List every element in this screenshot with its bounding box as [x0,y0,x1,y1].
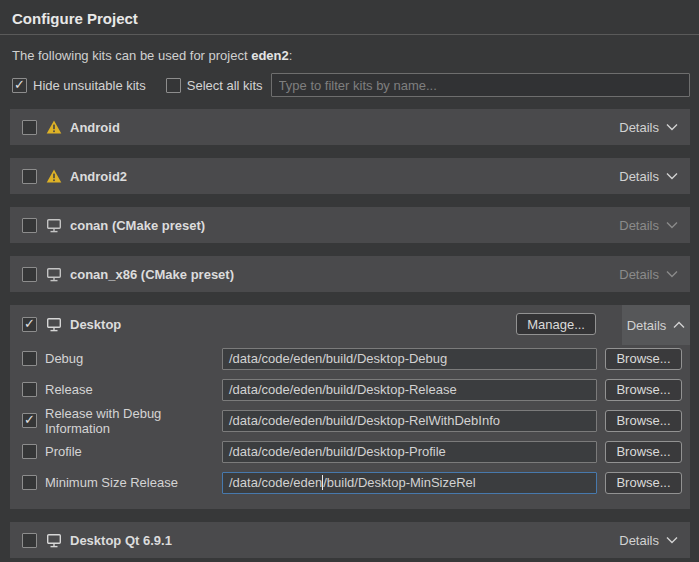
details-toggle[interactable]: Details [619,169,678,184]
config-checkbox[interactable] [22,413,37,428]
kit-checkbox[interactable] [22,533,37,548]
chevron-down-icon [666,123,678,131]
kit-filter-input[interactable] [271,73,690,97]
details-label: Details [619,218,659,233]
build-dir-value: /data/code/eden/build/Desktop-Profile [229,444,446,459]
page-title: Configure Project [12,10,687,27]
kit-row-desktop[interactable]: Desktop Manage... [10,305,690,343]
kit-checkbox[interactable] [22,317,37,332]
browse-button[interactable]: Browse... [605,472,682,494]
details-label: Details [627,318,667,333]
kit-row-conan-x86[interactable]: conan_x86 (CMake preset) Details [10,256,690,292]
build-dir-value: /data/code/eden/build/Desktop-Release [229,382,457,397]
build-dir-input-debug[interactable]: /data/code/eden/build/Desktop-Debug [222,348,597,370]
config-label: Minimum Size Release [45,475,222,490]
kit-name: conan_x86 (CMake preset) [70,267,234,282]
warning-icon [46,169,62,183]
kit-row-conan[interactable]: conan (CMake preset) Details [10,207,690,243]
config-label: Profile [45,444,222,459]
kit-controls-bar: Hide unsuitable kits Select all kits [12,73,690,97]
kit-checkbox[interactable] [22,267,37,282]
config-checkbox[interactable] [22,444,37,459]
chevron-down-icon [666,536,678,544]
desktop-icon [46,317,62,332]
desktop-icon [46,533,62,548]
details-toggle[interactable]: Details [619,533,678,548]
kit-name: Desktop [70,317,121,332]
browse-button[interactable]: Browse... [605,348,682,370]
hide-unsuitable-label: Hide unsuitable kits [33,78,146,93]
config-row-release: Release /data/code/eden/build/Desktop-Re… [10,374,690,405]
config-checkbox[interactable] [22,382,37,397]
select-all-checkbox[interactable] [166,78,181,93]
details-toggle: Details [619,267,678,282]
kits-description-prefix: The following kits can be used for proje… [12,48,251,63]
details-label: Details [619,120,659,135]
kit-panel-desktop: Desktop Manage... Details Debug /data/co… [10,305,690,509]
manage-kits-button[interactable]: Manage... [516,313,596,335]
kit-checkbox[interactable] [22,169,37,184]
build-dir-value: /data/code/eden/build/Desktop-Debug [229,351,447,366]
details-toggle: Details [619,218,678,233]
hide-unsuitable-kits-option[interactable]: Hide unsuitable kits [12,78,146,93]
select-all-label: Select all kits [187,78,263,93]
chevron-up-icon [673,321,685,329]
kit-checkbox[interactable] [22,218,37,233]
config-checkbox[interactable] [22,475,37,490]
build-dir-input-relwithdebinfo[interactable]: /data/code/eden/build/Desktop-RelWithDeb… [222,410,597,432]
config-row-relwithdebinfo: Release with Debug Information /data/cod… [10,405,690,436]
build-dir-value: /data/code/eden/build/Desktop-RelWithDeb… [229,413,500,428]
kit-row-desktop-qt-691[interactable]: Desktop Qt 6.9.1 Details [10,522,690,558]
desktop-icon [46,267,62,282]
project-name: eden2 [251,48,289,63]
build-dir-value: /data/code/eden [229,475,322,490]
config-row-min-size-release: Minimum Size Release /data/code/eden/bui… [10,467,690,498]
details-label: Details [619,267,659,282]
browse-button[interactable]: Browse... [605,410,682,432]
build-dir-input-min-size-release[interactable]: /data/code/eden/build/Desktop-MinSizeRel [222,472,597,494]
kit-name: conan (CMake preset) [70,218,205,233]
select-all-kits-option[interactable]: Select all kits [166,78,263,93]
config-row-profile: Profile /data/code/eden/build/Desktop-Pr… [10,436,690,467]
kits-description-suffix: : [289,48,293,63]
kit-row-android2[interactable]: Android2 Details [10,158,690,194]
kit-list: Android Details Android2 Details conan (… [10,109,690,562]
chevron-down-icon [666,270,678,278]
dialog-header: Configure Project [0,0,699,35]
kit-name: Android [70,120,120,135]
desktop-icon [46,218,62,233]
browse-button[interactable]: Browse... [605,379,682,401]
warning-icon [46,120,62,134]
build-dir-value: /build/Desktop-MinSizeRel [323,475,475,490]
kits-description: The following kits can be used for proje… [12,48,687,63]
config-checkbox[interactable] [22,351,37,366]
kit-name: Desktop Qt 6.9.1 [70,533,172,548]
kit-checkbox[interactable] [22,120,37,135]
build-dir-input-profile[interactable]: /data/code/eden/build/Desktop-Profile [222,441,597,463]
details-toggle[interactable]: Details [619,120,678,135]
config-row-debug: Debug /data/code/eden/build/Desktop-Debu… [10,343,690,374]
config-label: Release [45,382,222,397]
config-label: Debug [45,351,222,366]
chevron-down-icon [666,172,678,180]
details-label: Details [619,533,659,548]
hide-unsuitable-checkbox[interactable] [12,78,27,93]
browse-button[interactable]: Browse... [605,441,682,463]
details-label: Details [619,169,659,184]
build-dir-input-release[interactable]: /data/code/eden/build/Desktop-Release [222,379,597,401]
details-toggle-expanded[interactable]: Details [622,305,690,345]
config-label: Release with Debug Information [45,406,222,436]
kit-name: Android2 [70,169,127,184]
chevron-down-icon [666,221,678,229]
kit-row-android[interactable]: Android Details [10,109,690,145]
details-toggle[interactable]: Details [627,318,686,333]
